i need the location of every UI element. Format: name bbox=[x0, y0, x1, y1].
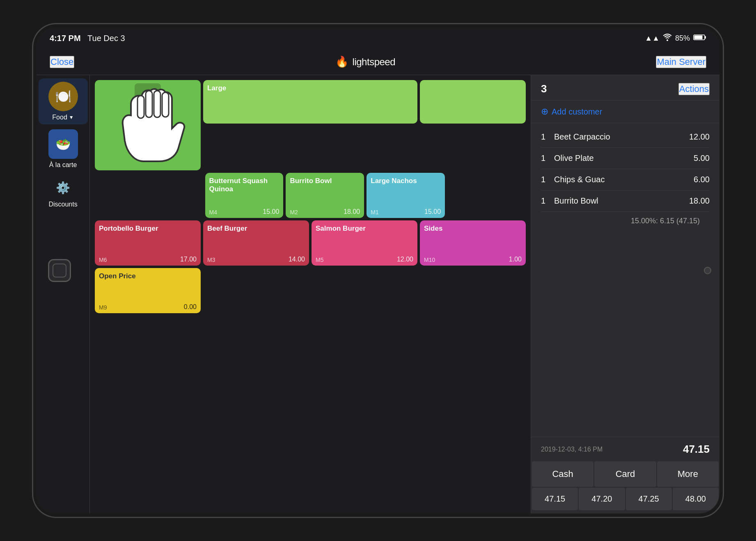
nachos-code: M1 bbox=[371, 209, 378, 215]
nachos-price: 15.00 bbox=[424, 208, 441, 215]
svg-rect-1 bbox=[705, 36, 706, 39]
menu-item-starter[interactable]: 🌿 Starter bbox=[95, 80, 201, 170]
menu-item-empty[interactable] bbox=[420, 80, 526, 124]
status-date: Tue Dec 3 bbox=[87, 34, 125, 43]
device-frame: 4:17 PM Tue Dec 3 ▲▲ 85% bbox=[33, 24, 723, 517]
alacarte-thumbnail: 🥗 bbox=[48, 129, 78, 159]
nachos-name: Large Nachos bbox=[371, 177, 441, 208]
food-label: Food bbox=[52, 114, 67, 121]
add-customer-area[interactable]: ⊕ Add customer bbox=[531, 101, 719, 123]
beef-cell: Beef Burger M3 14.00 bbox=[203, 220, 309, 266]
sidebar-item-food[interactable]: 🍽️ Food ▼ bbox=[39, 78, 88, 124]
large-name: Large bbox=[207, 84, 413, 121]
close-button[interactable]: Close bbox=[50, 56, 74, 68]
beef-name: Beef Burger bbox=[207, 225, 305, 256]
menu-item-sides[interactable]: Sides M10 1.00 bbox=[420, 220, 526, 266]
order-price-0: 12.00 bbox=[689, 132, 710, 142]
burrito-name: Burrito Bowl bbox=[290, 177, 360, 208]
order-number: 3 bbox=[541, 83, 547, 95]
sides-cell: Sides M10 1.00 bbox=[420, 220, 526, 266]
open-price-cell: Open Price M9 0.00 bbox=[95, 268, 201, 313]
main-content: 🍽️ Food ▼ 🥗 À la carte bbox=[37, 75, 719, 513]
add-customer-icon: ⊕ bbox=[541, 106, 548, 117]
svg-rect-2 bbox=[694, 35, 703, 39]
quick-amount-1[interactable]: 47.20 bbox=[579, 488, 625, 510]
portobello-name: Portobello Burger bbox=[99, 225, 197, 256]
payment-buttons: Cash Card More bbox=[531, 461, 719, 488]
discounts-label: Discounts bbox=[48, 201, 77, 208]
order-price-3: 18.00 bbox=[689, 196, 710, 206]
menu-item-portobello[interactable]: Portobello Burger M6 17.00 bbox=[95, 220, 201, 266]
order-item-0[interactable]: 1 Beet Carpaccio 12.00 bbox=[541, 126, 710, 148]
menu-item-nachos[interactable]: Large Nachos M1 15.00 bbox=[367, 173, 445, 218]
food-dropdown: Food ▼ bbox=[52, 114, 73, 121]
order-header: 3 Actions bbox=[531, 75, 719, 101]
main-server-button[interactable]: Main Server bbox=[656, 56, 706, 68]
alacarte-label: À la carte bbox=[49, 161, 77, 169]
card-button[interactable]: Card bbox=[594, 461, 656, 487]
quick-amount-3[interactable]: 48.00 bbox=[673, 488, 719, 510]
portobello-cell: Portobello Burger M6 17.00 bbox=[95, 220, 201, 266]
order-item-2[interactable]: 1 Chips & Guac 6.00 bbox=[541, 169, 710, 190]
left-panel: 🍽️ Food ▼ 🥗 À la carte bbox=[37, 75, 531, 513]
battery-label: 85% bbox=[675, 34, 690, 43]
home-button[interactable] bbox=[48, 259, 71, 282]
empty-cell bbox=[420, 80, 526, 124]
open-price-code: M9 bbox=[99, 304, 107, 311]
sidebar-item-discounts[interactable]: ⚙️ Discounts bbox=[39, 174, 88, 211]
status-bar: 4:17 PM Tue Dec 3 ▲▲ 85% bbox=[37, 28, 719, 49]
grid-row-1: 🌿 Starter Large bbox=[95, 80, 526, 170]
order-qty-3: 1 bbox=[541, 196, 548, 206]
signal-icon: ▲▲ bbox=[645, 34, 660, 43]
butternut-cell: Butternut Squash Quinoa M4 15.00 bbox=[205, 173, 284, 218]
order-qty-1: 1 bbox=[541, 154, 548, 163]
top-bar: Close 🔥 lightspeed Main Server bbox=[37, 49, 719, 75]
logo-text: lightspeed bbox=[353, 56, 395, 68]
lightspeed-flame-icon: 🔥 bbox=[335, 55, 348, 68]
food-thumbnail: 🍽️ bbox=[48, 82, 78, 111]
quick-amount-2[interactable]: 47.25 bbox=[626, 488, 672, 510]
quick-amount-0[interactable]: 47.15 bbox=[532, 488, 578, 510]
total-line: 2019-12-03, 4:16 PM 47.15 bbox=[531, 437, 719, 461]
order-item-3[interactable]: 1 Burrito Bowl 18.00 bbox=[541, 190, 710, 212]
grid-row-3: Portobello Burger M6 17.00 Beef Burger bbox=[95, 220, 526, 266]
sidebar-item-alacarte[interactable]: 🥗 À la carte bbox=[39, 126, 88, 172]
sides-name: Sides bbox=[424, 225, 522, 256]
menu-item-open-price[interactable]: Open Price M9 0.00 bbox=[95, 268, 201, 313]
butternut-name: Butternut Squash Quinoa bbox=[209, 177, 279, 208]
tax-text: 15.00%: 6.15 (47.15) bbox=[631, 217, 700, 225]
wifi-icon bbox=[663, 34, 672, 43]
order-item-1[interactable]: 1 Olive Plate 5.00 bbox=[541, 148, 710, 169]
butternut-code: M4 bbox=[209, 209, 217, 215]
order-price-2: 6.00 bbox=[694, 175, 710, 184]
order-qty-2: 1 bbox=[541, 175, 548, 184]
discounts-gear-icon: ⚙️ bbox=[53, 177, 74, 198]
open-price-name: Open Price bbox=[99, 272, 197, 303]
open-price-price: 0.00 bbox=[184, 303, 197, 311]
logo-area: 🔥 lightspeed bbox=[335, 55, 395, 68]
chevron-down-icon: ▼ bbox=[69, 115, 74, 120]
beef-code: M3 bbox=[207, 257, 215, 263]
menu-item-butternut[interactable]: Butternut Squash Quinoa M4 15.00 bbox=[205, 173, 284, 218]
menu-item-burrito[interactable]: Burrito Bowl M2 18.00 bbox=[286, 173, 364, 218]
portobello-code: M6 bbox=[99, 257, 107, 263]
menu-item-beef[interactable]: Beef Burger M3 14.00 bbox=[203, 220, 309, 266]
more-button[interactable]: More bbox=[657, 461, 719, 487]
sides-code: M10 bbox=[424, 257, 435, 263]
salmon-code: M5 bbox=[316, 257, 323, 263]
butternut-price: 15.00 bbox=[263, 208, 279, 215]
actions-button[interactable]: Actions bbox=[678, 83, 710, 95]
battery-icon bbox=[693, 34, 706, 43]
order-name-1: Olive Plate bbox=[554, 154, 594, 163]
starter-name: Starter bbox=[137, 113, 159, 121]
order-footer: 2019-12-03, 4:16 PM 47.15 Cash Card More… bbox=[531, 437, 719, 513]
salmon-name: Salmon Burger bbox=[316, 225, 413, 256]
order-name-2: Chips & Guac bbox=[554, 175, 605, 184]
menu-item-salmon[interactable]: Salmon Burger M5 12.00 bbox=[312, 220, 417, 266]
menu-item-large[interactable]: Large bbox=[203, 80, 417, 124]
burrito-price: 18.00 bbox=[344, 208, 360, 215]
total-date: 2019-12-03, 4:16 PM bbox=[541, 446, 603, 453]
order-name-0: Beet Carpaccio bbox=[554, 132, 610, 142]
cash-button[interactable]: Cash bbox=[532, 461, 593, 487]
portobello-price: 17.00 bbox=[180, 256, 197, 263]
